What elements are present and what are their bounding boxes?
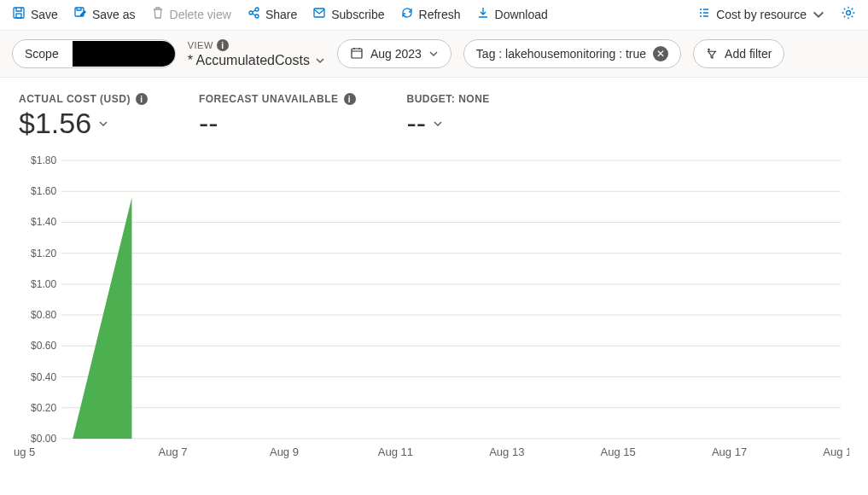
svg-text:$1.20: $1.20 [31, 248, 56, 259]
save-label: Save [31, 8, 58, 21]
info-icon[interactable]: i [136, 93, 148, 105]
save-icon [12, 6, 26, 22]
view-name: * AccumulatedCosts [188, 53, 310, 68]
svg-text:$0.40: $0.40 [31, 371, 56, 383]
svg-text:$1.00: $1.00 [31, 278, 56, 290]
save-as-button[interactable]: Save as [73, 6, 136, 22]
subscribe-button[interactable]: Subscribe [312, 6, 384, 22]
svg-text:Aug 13: Aug 13 [489, 446, 524, 458]
svg-text:$0.20: $0.20 [31, 402, 56, 414]
budget-value: -- [407, 107, 427, 140]
svg-text:ug 5: ug 5 [14, 446, 35, 458]
download-button[interactable]: Download [476, 6, 548, 22]
budget-label: BUDGET: NONE [407, 93, 490, 105]
svg-rect-8 [352, 49, 362, 58]
chevron-down-icon [98, 119, 108, 129]
svg-text:$0.60: $0.60 [31, 340, 56, 352]
gear-icon [841, 5, 856, 20]
svg-text:$1.80: $1.80 [31, 154, 56, 166]
svg-rect-0 [14, 8, 24, 18]
chevron-down-icon [315, 55, 325, 66]
actual-cost-value: $1.56 [19, 107, 91, 140]
info-icon[interactable]: i [344, 93, 356, 105]
metrics-row: ACTUAL COST (USD) i $1.56 FORECAST UNAVA… [0, 78, 868, 145]
svg-text:Aug 7: Aug 7 [159, 446, 188, 458]
tag-filter-chip[interactable]: Tag : lakehousemonitoring : true ✕ [463, 39, 681, 68]
y-axis-ticks: $0.00$0.20$0.40$0.60$0.80$1.00$1.20$1.40… [31, 154, 56, 445]
x-axis-ticks: ug 5Aug 7Aug 9Aug 11Aug 13Aug 15Aug 17Au… [14, 446, 849, 458]
filter-bar: Scope VIEW i * AccumulatedCosts Aug 2023… [0, 30, 868, 78]
scope-value-redacted [73, 41, 175, 67]
forecast-value: -- [199, 107, 218, 140]
share-label: Share [265, 8, 297, 21]
refresh-label: Refresh [419, 8, 461, 21]
tag-filter-text: Tag : lakehousemonitoring : true [476, 47, 646, 61]
svg-point-4 [255, 8, 259, 11]
view-selector[interactable]: VIEW i * AccumulatedCosts [188, 39, 325, 68]
forecast-metric: FORECAST UNAVAILABLE i -- [199, 93, 356, 140]
scope-label: Scope [25, 47, 59, 61]
budget-value-wrap[interactable]: -- [407, 107, 490, 140]
svg-text:$0.80: $0.80 [31, 309, 56, 321]
save-as-icon [73, 6, 87, 22]
svg-text:Aug 11: Aug 11 [378, 446, 413, 458]
filter-plus-icon [706, 47, 718, 61]
save-as-label: Save as [92, 8, 136, 21]
actual-cost-label: ACTUAL COST (USD) [19, 93, 131, 105]
svg-rect-1 [16, 14, 21, 18]
chart-grid [61, 160, 841, 439]
calendar-icon [350, 46, 364, 62]
delete-view-label: Delete view [170, 8, 231, 21]
budget-metric: BUDGET: NONE -- [407, 93, 490, 140]
cost-chart: $0.00$0.20$0.40$0.60$0.80$1.00$1.20$1.40… [0, 145, 868, 461]
scope-selector[interactable]: Scope [12, 39, 176, 68]
date-range-selector[interactable]: Aug 2023 [337, 39, 451, 68]
add-filter-label: Add filter [725, 47, 772, 61]
toolbar: Save Save as Delete view Share Subscribe… [0, 0, 868, 30]
add-filter-button[interactable]: Add filter [693, 39, 784, 68]
actual-cost-value-wrap[interactable]: $1.56 [19, 107, 148, 140]
refresh-button[interactable]: Refresh [400, 6, 461, 22]
svg-text:$1.40: $1.40 [31, 216, 56, 228]
date-range-label: Aug 2023 [370, 47, 422, 61]
svg-point-3 [249, 11, 253, 15]
view-label-text: VIEW [188, 40, 213, 50]
cost-by-resource-button[interactable]: Cost by resource [697, 6, 825, 22]
chevron-down-icon [812, 8, 825, 21]
svg-text:$0.00: $0.00 [31, 433, 56, 445]
actual-cost-metric: ACTUAL COST (USD) i $1.56 [19, 93, 148, 140]
mail-icon [312, 6, 326, 22]
cost-by-resource-label: Cost by resource [716, 8, 807, 21]
share-icon [247, 6, 260, 22]
save-button[interactable]: Save [12, 6, 58, 22]
svg-point-7 [847, 11, 851, 15]
svg-point-5 [255, 15, 259, 18]
subscribe-label: Subscribe [331, 8, 384, 21]
svg-text:Aug 19: Aug 19 [823, 446, 849, 458]
forecast-label: FORECAST UNAVAILABLE [199, 93, 339, 105]
remove-chip-button[interactable]: ✕ [653, 46, 668, 61]
svg-text:Aug 15: Aug 15 [601, 446, 636, 458]
svg-rect-6 [314, 9, 324, 17]
settings-button[interactable] [841, 5, 856, 23]
list-icon [697, 6, 711, 22]
delete-view-button: Delete view [151, 6, 231, 22]
svg-text:Aug 17: Aug 17 [712, 446, 747, 458]
trash-icon [151, 6, 165, 22]
download-icon [476, 6, 490, 22]
chevron-down-icon [433, 119, 443, 129]
refresh-icon [400, 6, 414, 22]
svg-text:$1.60: $1.60 [31, 185, 56, 197]
chevron-down-icon [428, 49, 439, 59]
download-label: Download [495, 8, 548, 21]
svg-text:Aug 9: Aug 9 [270, 446, 299, 458]
info-icon: i [217, 39, 229, 51]
share-button[interactable]: Share [247, 6, 297, 22]
